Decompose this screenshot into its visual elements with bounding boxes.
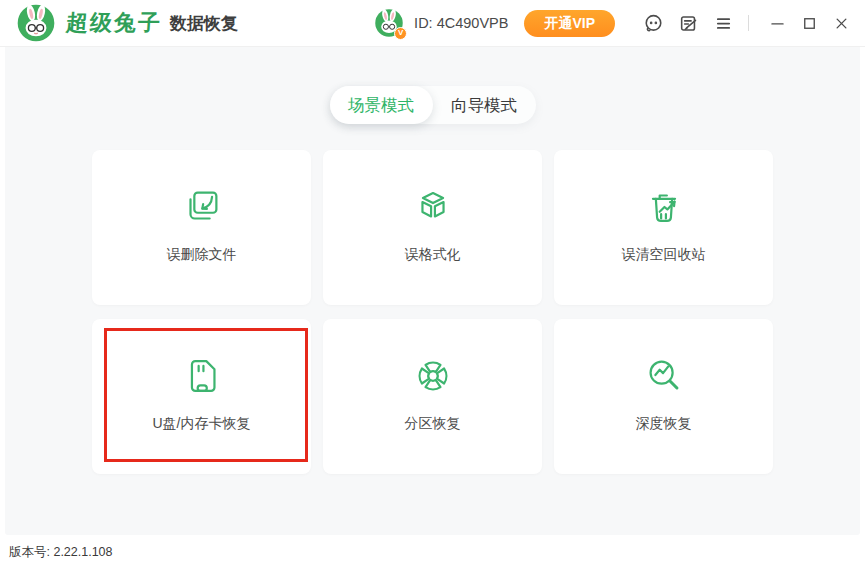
mode-tab-group: 场景模式 向导模式 — [330, 86, 536, 124]
card-usb-memory-card-recovery[interactable]: U盘/内存卡恢复 — [92, 319, 311, 474]
user-avatar[interactable]: V — [374, 8, 404, 38]
card-formatted-recovery[interactable]: 误格式化 — [323, 150, 542, 305]
card-partition-recovery[interactable]: 分区恢复 — [323, 319, 542, 474]
app-window: 超级兔子 数据恢复 — [0, 0, 865, 570]
menu-icon — [713, 13, 734, 34]
customer-service-button[interactable] — [640, 10, 666, 36]
minimize-button[interactable] — [765, 11, 789, 35]
feedback-icon — [678, 13, 699, 34]
app-title-brand: 超级兔子 — [65, 8, 163, 38]
titlebar-divider — [748, 15, 749, 31]
maximize-icon — [800, 14, 819, 33]
app-title-product: 数据恢复 — [170, 12, 238, 35]
card-label: 深度恢复 — [636, 415, 692, 433]
user-id-label: ID: 4C490VPB — [414, 15, 508, 31]
file-restore-icon — [179, 184, 225, 230]
feedback-button[interactable] — [675, 10, 701, 36]
card-recycle-bin-recovery[interactable]: 误清空回收站 — [554, 150, 773, 305]
recovery-card-grid: 误删除文件 误格式化 误清空回收站 — [92, 150, 773, 474]
close-icon — [832, 14, 851, 33]
tab-wizard-mode[interactable]: 向导模式 — [433, 86, 536, 124]
app-logo-rabbit-icon — [16, 3, 56, 43]
close-button[interactable] — [829, 11, 853, 35]
customer-service-icon — [643, 13, 664, 34]
card-label: 误清空回收站 — [622, 246, 706, 264]
card-label: 分区恢复 — [405, 415, 461, 433]
cube-icon — [410, 184, 456, 230]
sd-card-icon — [179, 353, 225, 399]
deep-scan-icon — [641, 353, 687, 399]
tab-scene-mode[interactable]: 场景模式 — [330, 86, 433, 124]
partition-icon — [410, 353, 456, 399]
main-content: 场景模式 向导模式 误删除文件 误格式化 — [5, 47, 860, 535]
minimize-icon — [768, 14, 787, 33]
open-vip-button[interactable]: 开通VIP — [524, 10, 615, 37]
card-label: 误格式化 — [405, 246, 461, 264]
footer: 版本号: 2.22.1.108 — [0, 535, 865, 570]
card-deleted-file-recovery[interactable]: 误删除文件 — [92, 150, 311, 305]
card-label: 误删除文件 — [167, 246, 237, 264]
menu-button[interactable] — [710, 10, 736, 36]
trash-restore-icon — [641, 184, 687, 230]
version-label: 版本号: 2.22.1.108 — [9, 544, 113, 561]
titlebar: 超级兔子 数据恢复 — [0, 0, 865, 47]
maximize-button[interactable] — [797, 11, 821, 35]
vip-badge: V — [394, 27, 407, 40]
card-label: U盘/内存卡恢复 — [153, 415, 251, 433]
card-deep-recovery[interactable]: 深度恢复 — [554, 319, 773, 474]
